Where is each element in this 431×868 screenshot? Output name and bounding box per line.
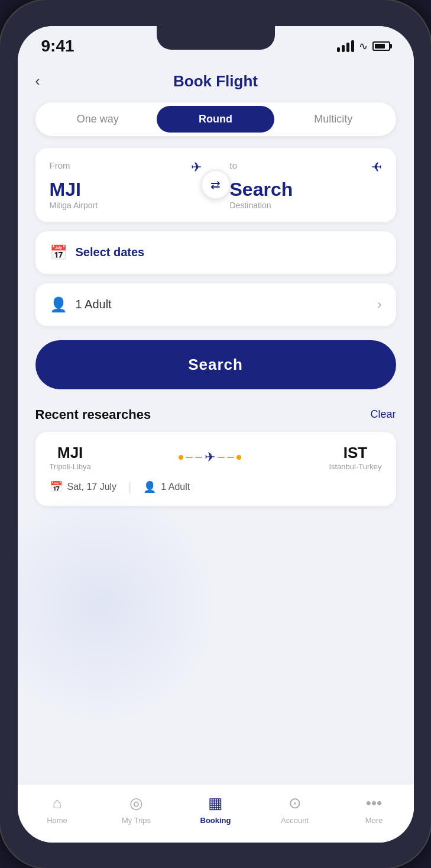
to-section[interactable]: to ✈ Search Destination xyxy=(216,148,396,222)
tab-multicity[interactable]: Multicity xyxy=(274,106,392,133)
from-airport-name: Mitiga Airport xyxy=(50,201,202,210)
trip-type-tabs: One way Round Multicity xyxy=(35,102,396,136)
nav-item-home[interactable]: ⌂ Home xyxy=(18,794,97,825)
signal-bars-icon xyxy=(337,40,354,52)
passengers-count: 1 Adult xyxy=(76,298,112,311)
phone-screen: 9:41 ∿ ‹ Book Flight One way xyxy=(18,26,414,843)
bottom-nav: ⌂ Home ◎ My Trips ▦ Booking ⊙ Account ••… xyxy=(18,784,414,843)
main-content: ‹ Book Flight One way Round Multicity Fr… xyxy=(18,60,414,784)
recent-passenger-text: 1 Adult xyxy=(161,482,190,492)
recent-details: 📅 Sat, 17 July | 👤 1 Adult xyxy=(50,480,382,494)
status-icons: ∿ xyxy=(337,40,390,53)
recent-from-code: MJI xyxy=(50,444,91,462)
recent-date-text: Sat, 17 July xyxy=(67,482,117,492)
tab-round[interactable]: Round xyxy=(157,106,274,133)
flight-route-line: ✈ xyxy=(91,450,329,465)
passengers-left: 👤 1 Adult xyxy=(50,296,112,313)
booking-icon: ▦ xyxy=(208,794,223,812)
recent-header: Recent researches Clear xyxy=(35,407,396,422)
recent-title: Recent researches xyxy=(35,407,151,422)
person-icon: 👤 xyxy=(50,296,67,313)
tab-one-way[interactable]: One way xyxy=(39,106,157,133)
calendar-icon: 📅 xyxy=(50,244,67,261)
recent-search-item[interactable]: MJI Tripoli-Libya ✈ IST Istanb xyxy=(35,432,396,506)
page-title: Book Flight xyxy=(173,72,258,91)
dash-4 xyxy=(227,457,234,458)
date-label: Select dates xyxy=(76,246,145,259)
recent-from-city: Tripoli-Libya xyxy=(50,462,91,471)
nav-label-booking: Booking xyxy=(200,816,231,825)
detail-divider: | xyxy=(128,480,131,494)
my-trips-icon: ◎ xyxy=(129,794,143,812)
nav-label-more: More xyxy=(365,816,383,825)
nav-label-my-trips: My Trips xyxy=(122,816,151,825)
clear-button[interactable]: Clear xyxy=(370,408,396,421)
recent-to: IST Istanbul-Turkey xyxy=(329,444,381,471)
chevron-right-icon: › xyxy=(377,297,381,312)
from-code: MJI xyxy=(50,179,202,201)
recent-to-code: IST xyxy=(329,444,381,462)
page-header: ‹ Book Flight xyxy=(35,66,396,102)
nav-label-account: Account xyxy=(281,816,309,825)
recent-passenger-detail: 👤 1 Adult xyxy=(143,480,190,493)
route-card: From ✈ MJI Mitiga Airport ⇄ to ✈ Search … xyxy=(35,148,396,222)
nav-item-my-trips[interactable]: ◎ My Trips xyxy=(97,794,176,825)
dash-1 xyxy=(186,457,193,458)
recent-from: MJI Tripoli-Libya xyxy=(50,444,91,471)
swap-icon: ⇄ xyxy=(210,178,221,192)
recent-to-city: Istanbul-Turkey xyxy=(329,462,381,471)
dot-right xyxy=(236,455,241,460)
more-icon: ••• xyxy=(366,794,382,812)
from-section[interactable]: From ✈ MJI Mitiga Airport xyxy=(35,148,216,222)
nav-label-home: Home xyxy=(47,816,67,825)
nav-item-more[interactable]: ••• More xyxy=(335,794,414,825)
to-destination: Destination xyxy=(230,201,382,210)
landing-icon: ✈ xyxy=(371,160,382,175)
nav-item-booking[interactable]: ▦ Booking xyxy=(176,794,255,825)
bg-decoration xyxy=(18,488,219,724)
status-time: 9:41 xyxy=(41,37,74,56)
wifi-icon: ∿ xyxy=(359,40,368,53)
recent-route: MJI Tripoli-Libya ✈ IST Istanb xyxy=(50,444,382,471)
nav-item-account[interactable]: ⊙ Account xyxy=(255,794,335,825)
from-label: From xyxy=(50,160,70,170)
home-icon: ⌂ xyxy=(53,794,62,812)
plane-route-icon: ✈ xyxy=(205,450,215,465)
swap-button[interactable]: ⇄ xyxy=(201,170,231,199)
phone-outer: 9:41 ∿ ‹ Book Flight One way xyxy=(0,0,431,868)
to-label: to xyxy=(230,160,238,170)
to-code: Search xyxy=(230,179,382,201)
notch xyxy=(157,26,275,50)
account-icon: ⊙ xyxy=(289,794,302,812)
dot-left xyxy=(179,455,183,460)
recent-calendar-icon: 📅 xyxy=(50,480,63,493)
recent-date-detail: 📅 Sat, 17 July xyxy=(50,480,117,493)
dash-2 xyxy=(195,457,202,458)
date-select-card[interactable]: 📅 Select dates xyxy=(35,231,396,274)
dash-3 xyxy=(218,457,225,458)
passengers-card[interactable]: 👤 1 Adult › xyxy=(35,283,396,326)
recent-person-icon: 👤 xyxy=(143,480,156,493)
battery-icon xyxy=(372,41,390,51)
search-button[interactable]: Search xyxy=(35,340,396,389)
takeoff-icon: ✈ xyxy=(191,160,202,175)
back-button[interactable]: ‹ xyxy=(35,73,40,89)
